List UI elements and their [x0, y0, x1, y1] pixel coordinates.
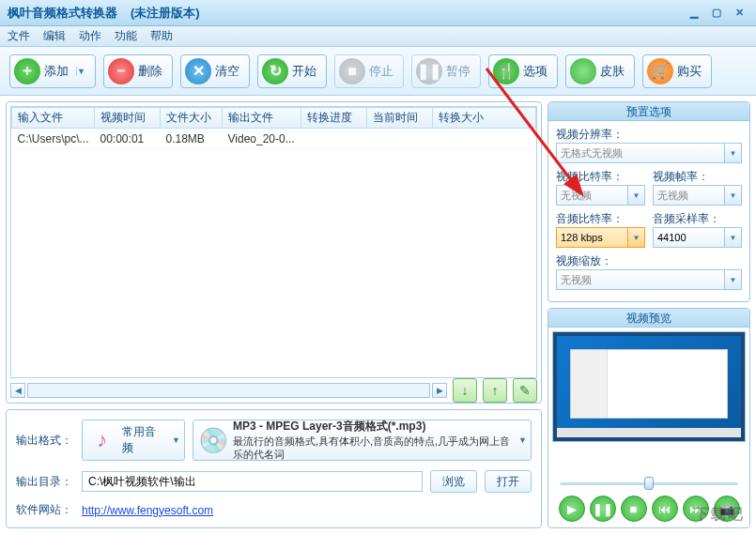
buy-label: 购买	[677, 63, 702, 80]
cell-input: C:\Users\pc\...	[12, 129, 95, 149]
start-label: 开始	[292, 63, 316, 80]
menu-help[interactable]: 帮助	[150, 28, 173, 44]
apple-icon	[570, 58, 596, 84]
open-button[interactable]: 打开	[485, 470, 532, 493]
stop-label: 停止	[369, 63, 393, 80]
menu-file[interactable]: 文件	[8, 28, 30, 44]
clear-button[interactable]: ✕清空	[180, 54, 250, 88]
col-input[interactable]: 输入文件	[12, 108, 95, 129]
close-button[interactable]: ✕	[730, 6, 748, 21]
audio-bitrate-label: 音频比特率：	[556, 211, 645, 227]
preview-header: 视频预览	[548, 309, 749, 328]
table-row[interactable]: C:\Users\pc\... 00:00:01 0.18MB Video_20…	[12, 129, 536, 149]
minus-icon: －	[108, 58, 134, 84]
skin-label: 皮肤	[600, 63, 625, 80]
menu-function[interactable]: 功能	[115, 28, 137, 44]
col-progress[interactable]: 转换进度	[301, 108, 367, 129]
site-label: 软件网站：	[16, 502, 74, 518]
minimize-button[interactable]: ▁	[685, 6, 703, 21]
start-button[interactable]: ↻开始	[257, 54, 327, 88]
video-preview[interactable]	[552, 331, 746, 442]
chevron-down-icon: ▼	[724, 228, 741, 247]
seek-slider[interactable]	[552, 475, 746, 492]
cell-vtime: 00:00:01	[95, 129, 161, 149]
buy-button[interactable]: 🛒购买	[642, 54, 712, 88]
music-note-icon: ♪	[86, 424, 118, 456]
file-table-panel: 输入文件 视频时间 文件大小 输出文件 转换进度 当前时间 转换大小 C:\Us…	[6, 101, 542, 404]
format-category-text: 常用音频	[122, 424, 166, 456]
output-dir-label: 输出目录：	[16, 474, 74, 490]
video-bitrate-combo[interactable]: 无视频▼	[556, 185, 645, 206]
snapshot-button[interactable]: 📷	[714, 496, 740, 522]
add-button[interactable]: ＋添加▼	[9, 54, 96, 88]
file-table[interactable]: 输入文件 视频时间 文件大小 输出文件 转换进度 当前时间 转换大小 C:\Us…	[11, 107, 536, 149]
utensils-icon: 🍴	[493, 58, 519, 84]
app-title: 枫叶音频格式转换器	[8, 5, 117, 22]
pause-preview-button[interactable]: ❚❚	[590, 496, 616, 522]
cell-output: Video_20-0...	[223, 129, 301, 149]
fps-value: 无视频	[657, 189, 688, 203]
zoom-label: 视频缩放：	[556, 253, 742, 269]
resolution-value: 无格式无视频	[561, 146, 623, 160]
menu-action[interactable]: 动作	[79, 28, 101, 44]
zoom-combo[interactable]: 无视频▼	[556, 269, 742, 290]
plus-icon: ＋	[14, 58, 40, 84]
delete-label: 删除	[138, 63, 162, 80]
stop-icon: ■	[339, 58, 365, 84]
add-label: 添加	[44, 63, 69, 80]
col-fsize[interactable]: 文件大小	[161, 108, 223, 129]
resolution-combo[interactable]: 无格式无视频▼	[556, 143, 742, 163]
cell-csize	[433, 129, 536, 149]
disc-icon: 💿	[197, 424, 229, 456]
app-title-suffix: (未注册版本)	[131, 5, 200, 22]
scroll-track[interactable]	[27, 383, 430, 398]
maximize-button[interactable]: ▢	[707, 6, 726, 21]
x-icon: ✕	[185, 58, 211, 84]
col-vtime[interactable]: 视频时间	[95, 108, 161, 129]
edit-item-button[interactable]: ✎	[513, 378, 537, 403]
output-dir-input[interactable]	[82, 471, 423, 492]
stop-preview-button[interactable]: ■	[621, 496, 647, 522]
format-detail-button[interactable]: 💿 MP3 - MPEG Layer-3音频格式(*.mp3) 最流行的音频格式…	[193, 420, 532, 461]
video-bitrate-value: 无视频	[561, 189, 592, 203]
pause-icon: ❚❚	[416, 58, 442, 84]
prev-frame-button[interactable]: ⏮	[652, 496, 678, 522]
col-output[interactable]: 输出文件	[223, 108, 301, 129]
move-up-button[interactable]: ↑	[483, 378, 507, 403]
audio-bitrate-combo[interactable]: 128 kbps▼	[556, 227, 645, 248]
col-ctime[interactable]: 当前时间	[367, 108, 433, 129]
audio-bitrate-value: 128 kbps	[561, 232, 603, 243]
skin-button[interactable]: 皮肤	[565, 54, 635, 88]
format-desc: 最流行的音频格式,具有体积小,音质高的特点,几乎成为网上音乐的代名词	[233, 435, 510, 460]
menu-edit[interactable]: 编辑	[43, 28, 66, 44]
move-down-button[interactable]: ↓	[453, 378, 477, 403]
chevron-down-icon: ▼	[627, 228, 644, 247]
fps-label: 视频帧率：	[653, 169, 742, 185]
audio-samplerate-label: 音频采样率：	[653, 211, 742, 227]
chevron-down-icon: ▼	[724, 186, 741, 205]
options-label: 选项	[523, 63, 548, 80]
presets-panel: 预置选项 视频分辨率： 无格式无视频▼ 视频比特率： 无视频▼ 视频帧率： 无视…	[548, 101, 750, 302]
fps-combo[interactable]: 无视频▼	[653, 185, 742, 206]
play-button[interactable]: ▶	[559, 496, 585, 522]
stop-button[interactable]: ■停止	[334, 54, 404, 88]
next-frame-button[interactable]: ⏭	[683, 496, 709, 522]
browse-button[interactable]: 浏览	[430, 470, 477, 493]
scroll-right[interactable]: ▶	[432, 383, 447, 398]
audio-samplerate-combo[interactable]: 44100▼	[653, 227, 742, 248]
clear-label: 清空	[215, 63, 239, 80]
cell-progress	[301, 129, 367, 149]
scroll-left[interactable]: ◀	[10, 383, 25, 398]
preview-panel: 视频预览 ▶ ❚❚ ■ ⏮ ⏭ 📷	[548, 308, 750, 528]
site-link[interactable]: http://www.fengyesoft.com	[82, 504, 213, 517]
col-csize[interactable]: 转换大小	[433, 108, 536, 129]
refresh-icon: ↻	[262, 58, 288, 84]
options-button[interactable]: 🍴选项	[488, 54, 558, 88]
delete-button[interactable]: －删除	[103, 54, 173, 88]
format-category-button[interactable]: ♪ 常用音频 ▼	[82, 420, 185, 461]
zoom-value: 无视频	[561, 273, 592, 287]
output-panel: 输出格式： ♪ 常用音频 ▼ 💿 MP3 - MPEG Layer-3音频格式(…	[6, 409, 542, 528]
video-bitrate-label: 视频比特率：	[556, 169, 645, 185]
add-dropdown[interactable]: ▼	[76, 67, 85, 76]
pause-button[interactable]: ❚❚暂停	[411, 54, 481, 88]
